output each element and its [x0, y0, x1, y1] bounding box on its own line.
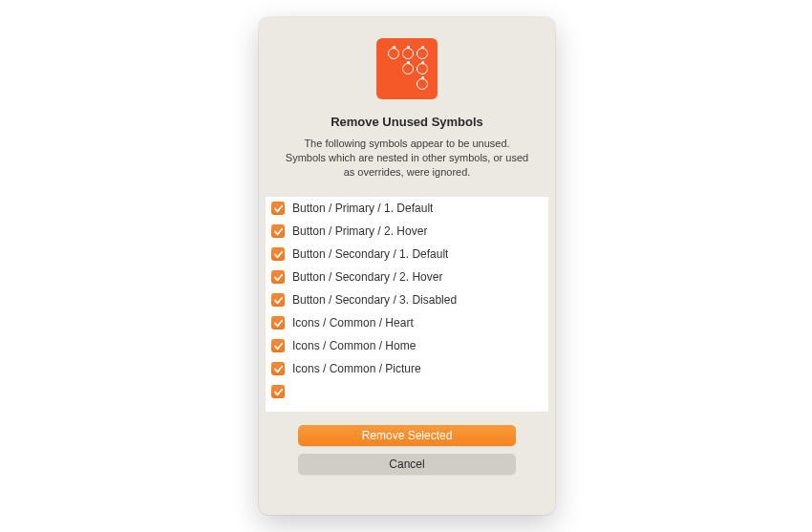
list-item-label: Icons / Common / Heart	[292, 316, 414, 330]
checkbox-icon[interactable]	[271, 339, 285, 352]
list-item[interactable]: Icons / Common / Picture	[266, 357, 548, 380]
list-item[interactable]: Button / Secondary / 1. Default	[266, 243, 548, 266]
remove-selected-button[interactable]: Remove Selected	[298, 425, 516, 446]
checkbox-icon[interactable]	[271, 316, 285, 330]
plugin-icon	[376, 38, 438, 99]
list-item-label: Button / Primary / 2. Hover	[292, 224, 427, 238]
list-item[interactable]: Icons / Common / Heart	[266, 311, 548, 334]
remove-unused-symbols-dialog: Remove Unused Symbols The following symb…	[259, 17, 555, 515]
symbols-list[interactable]: Button / Primary / 1. Default Button / P…	[266, 197, 548, 412]
list-item-label: Button / Secondary / 2. Hover	[292, 270, 442, 284]
list-item-label: Button / Secondary / 1. Default	[292, 247, 448, 261]
checkbox-icon[interactable]	[271, 293, 285, 307]
list-item[interactable]: Button / Secondary / 2. Hover	[266, 266, 548, 288]
dialog-description: The following symbols appear to be unuse…	[259, 137, 555, 180]
list-item-label: Icons / Common / Picture	[292, 362, 421, 375]
checkbox-icon[interactable]	[271, 385, 285, 398]
list-item-label: Icons / Common / Home	[292, 339, 416, 352]
cancel-button[interactable]: Cancel	[298, 454, 516, 475]
list-item[interactable]: Icons / Common / Home	[266, 334, 548, 357]
dialog-title: Remove Unused Symbols	[331, 115, 483, 129]
checkbox-icon[interactable]	[271, 362, 285, 375]
list-item[interactable]: Button / Primary / 2. Hover	[266, 220, 548, 243]
list-item[interactable]: Button / Primary / 1. Default	[266, 197, 548, 220]
checkbox-icon[interactable]	[271, 224, 285, 238]
list-item[interactable]	[266, 380, 548, 403]
dialog-buttons: Remove Selected Cancel	[259, 425, 555, 475]
checkbox-icon[interactable]	[271, 247, 285, 261]
list-item-label: Button / Secondary / 3. Disabled	[292, 293, 457, 307]
checkbox-icon[interactable]	[271, 270, 285, 284]
checkbox-icon[interactable]	[271, 202, 285, 215]
list-item[interactable]: Button / Secondary / 3. Disabled	[266, 288, 548, 311]
list-item-label: Button / Primary / 1. Default	[292, 202, 433, 215]
